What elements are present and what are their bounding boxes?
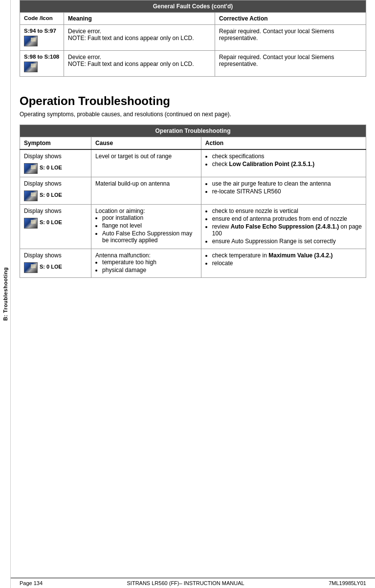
op-cause-3: Location or aiming: poor installation fl… (91, 205, 201, 249)
op-symptom-3: Display shows S: 0 LOE (20, 205, 91, 249)
op-symptom-4-code: S: 0 LOE (40, 264, 62, 270)
op-cause-3-item-2: flange not level (102, 222, 197, 229)
op-action-3-item-4: ensure Auto Suppression Range is set cor… (212, 238, 362, 245)
op-col-action: Action (201, 137, 366, 150)
op-action-3-item-1: check to ensure nozzle is vertical (212, 208, 362, 214)
op-cause-2: Material build-up on antenna (91, 177, 201, 205)
main-content: General Fault Codes (cont'd) Code /Icon … (11, 0, 375, 588)
op-symptom-1-text: Display shows (24, 153, 87, 160)
fault-icon-2 (24, 62, 38, 72)
op-symptom-3-text: Display shows (24, 208, 87, 214)
operation-section-subtitle: Operating symptoms, probable causes, and… (20, 111, 366, 118)
op-table-title: Operation Troubleshooting (20, 125, 366, 137)
operation-section-title: Operation Troubleshooting (20, 94, 366, 108)
op-col-symptom: Symptom (20, 137, 91, 150)
op-symptom-2-icon-row: S: 0 LOE (24, 189, 87, 201)
op-action-4-item-2: relocate (212, 260, 362, 267)
op-symptom-1-icon (24, 163, 38, 174)
op-action-3: check to ensure nozzle is vertical ensur… (201, 205, 366, 249)
op-action-4: check temperature in Maximum Value (3.4.… (201, 249, 366, 278)
op-action-2-item-1: use the air purge feature to clean the a… (212, 180, 362, 187)
op-action-1-item-1: check specifications (212, 153, 362, 160)
op-action-3-item-2: ensure end of antenna protrudes from end… (212, 215, 362, 222)
op-action-1-item-2: check Low Calibration Point (2.3.5.1.) (212, 161, 362, 168)
op-symptom-1-icon-row: S: 0 LOE (24, 161, 87, 174)
col-header-code: Code /Icon (20, 13, 64, 25)
op-action-4-item-1: check temperature in Maximum Value (3.4.… (212, 252, 362, 259)
fault-code-1-text: S:94 to S:97 (24, 28, 56, 34)
op-action-2: use the air purge feature to clean the a… (201, 177, 366, 205)
op-table-header-row: Operation Troubleshooting (20, 125, 366, 137)
op-symptom-2-icon (24, 190, 38, 201)
footer-left: Page 134 (20, 580, 43, 586)
op-symptom-3-icon (24, 218, 38, 229)
side-tab: B: Troubleshooting (0, 0, 11, 588)
col-header-meaning: Meaning (64, 13, 215, 25)
op-cause-4-item-1: temperature too high (102, 259, 197, 266)
op-symptom-4-icon (24, 262, 38, 273)
op-cause-4-item-2: physical damage (102, 267, 197, 273)
fault-meaning-1: Device error.NOTE: Fault text and icons … (64, 25, 215, 51)
op-symptom-3-icon-row: S: 0 LOE (24, 216, 87, 229)
col-header-action: Corrective Action (215, 13, 366, 25)
op-row-4: Display shows S: 0 LOE Antenna malfuncti… (20, 249, 366, 278)
op-symptom-4-icon-row: S: 0 LOE (24, 260, 87, 273)
fault-code-2: S:98 to S:108 (20, 51, 64, 77)
op-cause-1: Level or target is out of range (91, 149, 201, 177)
fault-code-2-text: S:98 to S:108 (24, 54, 59, 60)
fault-meaning-2: Device error.NOTE: Fault text and icons … (64, 51, 215, 77)
fault-action-2: Repair required. Contact your local Siem… (215, 51, 366, 77)
page-footer: Page 134 SITRANS LR560 (FF)– INSTRUCTION… (11, 578, 375, 588)
op-action-3-item-3: review Auto False Echo Suppression (2.4.… (212, 223, 362, 237)
op-cause-4: Antenna malfunction: temperature too hig… (91, 249, 201, 278)
op-symptom-2: Display shows S: 0 LOE (20, 177, 91, 205)
footer-right: 7ML19985LY01 (329, 580, 366, 586)
side-tab-label: B: Troubleshooting (2, 267, 8, 321)
op-symptom-2-text: Display shows (24, 180, 87, 187)
op-symptom-2-code: S: 0 LOE (40, 192, 62, 198)
fault-icon-1 (24, 36, 38, 46)
operation-table: Operation Troubleshooting Symptom Cause … (20, 125, 366, 278)
op-symptom-4: Display shows S: 0 LOE (20, 249, 91, 278)
fault-table-title: General Fault Codes (cont'd) (20, 0, 366, 13)
fault-row-2: S:98 to S:108 Device error.NOTE: Fault t… (20, 51, 366, 77)
fault-table: General Fault Codes (cont'd) Code /Icon … (20, 0, 366, 77)
op-row-1: Display shows S: 0 LOE Level or target i… (20, 149, 366, 177)
op-cause-3-item-3: Auto False Echo Suppression may be incor… (102, 230, 197, 244)
op-symptom-1-code: S: 0 LOE (40, 165, 62, 170)
fault-code-1: S:94 to S:97 (20, 25, 64, 51)
op-col-cause: Cause (91, 137, 201, 150)
op-symptom-4-text: Display shows (24, 252, 87, 259)
op-cause-3-item-1: poor installation (102, 214, 197, 221)
footer-center: SITRANS LR560 (FF)– INSTRUCTION MANUAL (127, 580, 244, 586)
op-action-2-item-2: re-locate SITRANS LR560 (212, 188, 362, 195)
fault-action-1: Repair required. Contact your local Siem… (215, 25, 366, 51)
op-row-3: Display shows S: 0 LOE Location or aimin… (20, 205, 366, 249)
fault-row-1: S:94 to S:97 Device error.NOTE: Fault te… (20, 25, 366, 51)
fault-table-col-headers: Code /Icon Meaning Corrective Action (20, 13, 366, 25)
op-col-headers: Symptom Cause Action (20, 137, 366, 150)
op-symptom-1: Display shows S: 0 LOE (20, 149, 91, 177)
op-row-2: Display shows S: 0 LOE Material build-up… (20, 177, 366, 205)
op-symptom-3-code: S: 0 LOE (40, 219, 62, 225)
fault-table-header-row: General Fault Codes (cont'd) (20, 0, 366, 13)
op-action-1: check specifications check Low Calibrati… (201, 149, 366, 177)
